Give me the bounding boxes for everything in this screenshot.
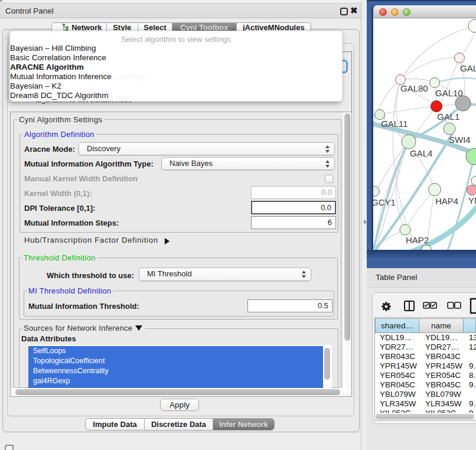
svg-text:YM: YM — [468, 195, 476, 206]
svg-text:HAP2: HAP2 — [406, 235, 429, 245]
svg-text:GAL4: GAL4 — [410, 148, 432, 158]
svg-text:GAL1: GAL1 — [437, 112, 459, 122]
svg-text:HAP4: HAP4 — [435, 196, 458, 206]
svg-text:GAL10: GAL10 — [435, 88, 463, 98]
svg-text:GAL11: GAL11 — [381, 119, 408, 129]
svg-text:SWI4: SWI4 — [449, 135, 471, 145]
svg-text:GAL: GAL — [460, 63, 476, 73]
svg-text:GAL80: GAL80 — [400, 83, 428, 93]
svg-text:GCY1: GCY1 — [373, 197, 396, 207]
